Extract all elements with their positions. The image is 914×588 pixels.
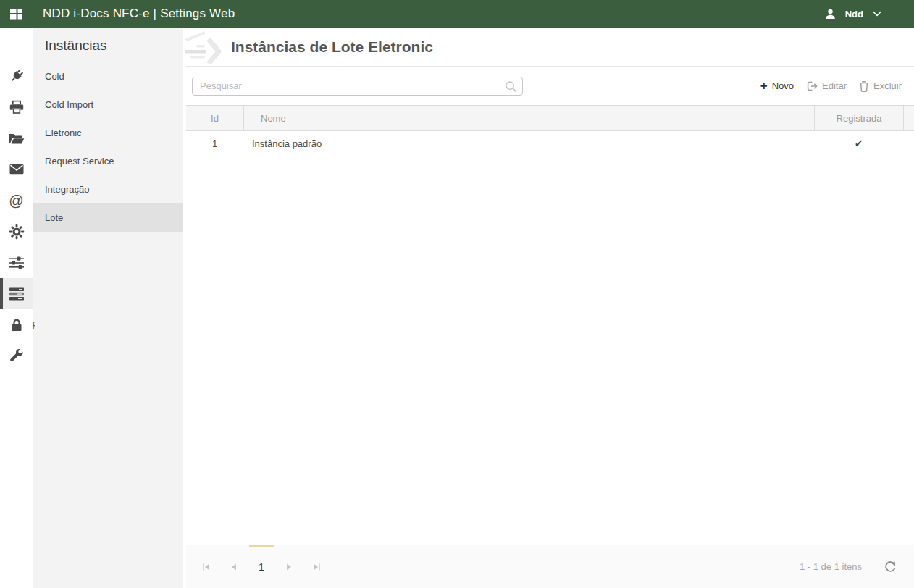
- rail-item-security[interactable]: [0, 309, 33, 340]
- at-icon: @: [9, 193, 23, 208]
- server-icon: [9, 287, 25, 301]
- check-icon: ✔: [855, 138, 863, 149]
- main-content: Instâncias de Lote Eletronic + Novo Edit…: [183, 28, 914, 588]
- table-row[interactable]: 1 Instância padrão ✔: [186, 131, 914, 156]
- app-title: NDD i-Docs NFC-e | Settings Web: [43, 7, 235, 21]
- column-header-id[interactable]: Id: [186, 106, 243, 130]
- pager-info: 1 - 1 de 1 itens: [800, 561, 862, 572]
- column-header-registrada[interactable]: Registrada: [814, 106, 903, 130]
- pager-nav: 1: [186, 545, 330, 588]
- clipped-label-artifact: F: [32, 319, 35, 330]
- pager-page-1[interactable]: 1: [248, 545, 275, 588]
- sidebar-heading: Instâncias: [33, 28, 183, 62]
- sidebar-item-lote[interactable]: Lote: [33, 203, 183, 232]
- refresh-button[interactable]: [884, 560, 897, 574]
- new-button[interactable]: + Novo: [760, 80, 794, 91]
- rail-item-sliders[interactable]: [0, 247, 33, 278]
- user-icon: [824, 8, 837, 20]
- pager-prev-button[interactable]: [220, 545, 248, 588]
- sidebar-item-eletronic[interactable]: Eletronic: [33, 119, 183, 147]
- pager-first-button[interactable]: [193, 545, 220, 588]
- pager: 1 1 - 1 de 1 itens: [186, 545, 914, 588]
- app-grid-icon[interactable]: [9, 7, 24, 21]
- rail-item-printer[interactable]: [0, 91, 33, 122]
- pager-next-icon: [284, 562, 294, 572]
- sidebar-item-cold-import[interactable]: Cold Import: [33, 91, 183, 119]
- folder-open-icon: [8, 132, 25, 145]
- rail-item-tools[interactable]: [0, 340, 33, 371]
- plus-icon: +: [760, 81, 768, 91]
- cell-id: 1: [186, 131, 243, 156]
- user-name: Ndd: [845, 9, 863, 20]
- grid-header: Id Nome Registrada: [186, 105, 914, 131]
- rail-item-mail[interactable]: [0, 154, 33, 185]
- page-title: Instâncias de Lote Eletronic: [231, 38, 433, 56]
- sliders-icon: [9, 256, 25, 269]
- grid-empty-area: [183, 156, 914, 545]
- search-input[interactable]: [192, 77, 523, 96]
- gear-icon: [9, 224, 25, 240]
- sidebar-item-request-service[interactable]: Request Service: [33, 147, 183, 175]
- column-header-nome[interactable]: Nome: [243, 106, 814, 130]
- toolbar-buttons: + Novo Editar Excluir: [760, 80, 902, 92]
- cell-nome: Instância padrão: [243, 131, 814, 156]
- envelope-icon: [9, 164, 24, 175]
- rail-item-folder[interactable]: [0, 122, 33, 154]
- pager-last-icon: [311, 562, 322, 572]
- icon-rail: @: [0, 28, 33, 588]
- user-menu[interactable]: Ndd: [824, 8, 882, 20]
- refresh-icon: [884, 560, 897, 574]
- pager-last-button[interactable]: [303, 545, 330, 588]
- pager-prev-icon: [229, 562, 239, 572]
- printer-icon: [9, 100, 25, 114]
- lock-icon: [10, 318, 23, 332]
- edit-button[interactable]: Editar: [806, 80, 847, 92]
- cell-registrada: ✔: [814, 131, 903, 156]
- edit-icon: [806, 80, 818, 92]
- instances-sidebar: Instâncias Cold Cold Import Eletronic Re…: [33, 28, 183, 588]
- search-icon: [505, 80, 517, 93]
- pager-first-icon: [201, 562, 211, 572]
- wrench-icon: [9, 349, 24, 364]
- search-wrap: [192, 77, 523, 96]
- rail-item-at[interactable]: @: [0, 185, 33, 216]
- sidebar-item-cold[interactable]: Cold: [33, 62, 183, 91]
- delete-button[interactable]: Excluir: [859, 80, 902, 92]
- pager-right: 1 - 1 de 1 itens: [800, 560, 897, 574]
- rail-item-plug[interactable]: [0, 60, 33, 91]
- rail-item-instances[interactable]: [0, 278, 33, 309]
- chevron-down-icon: [872, 11, 882, 17]
- page-header: Instâncias de Lote Eletronic: [186, 28, 914, 67]
- trash-icon: [859, 80, 869, 92]
- pager-next-button[interactable]: [275, 545, 303, 588]
- plug-icon: [9, 68, 25, 84]
- column-header-filler: [903, 106, 914, 130]
- page-title-icon: [185, 31, 221, 64]
- sidebar-item-integracao[interactable]: Integração: [33, 175, 183, 203]
- rail-item-settings[interactable]: [0, 216, 33, 247]
- topbar: NDD i-Docs NFC-e | Settings Web Ndd: [0, 0, 914, 28]
- toolbar: + Novo Editar Excluir: [186, 67, 914, 105]
